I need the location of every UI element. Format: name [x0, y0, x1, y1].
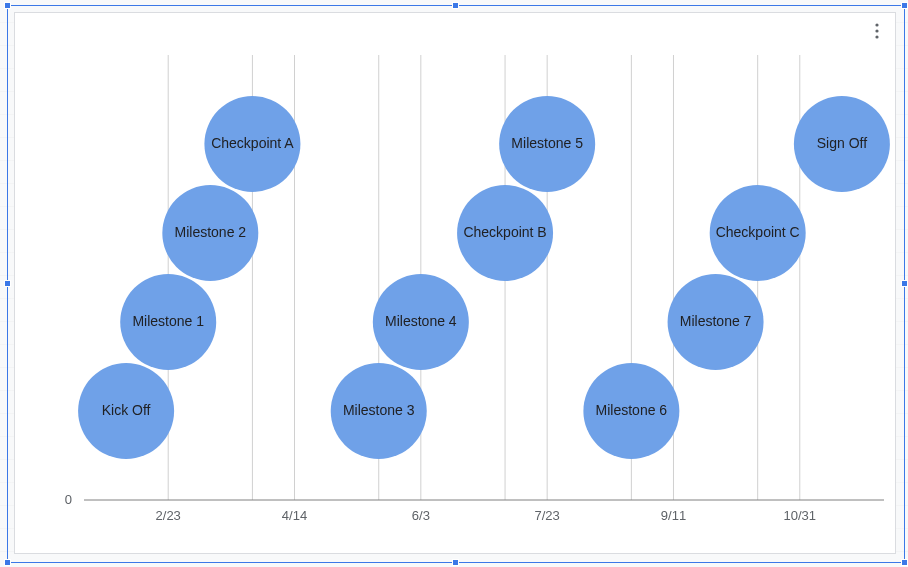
- resize-handle-top-right[interactable]: [901, 2, 908, 9]
- bubble-label: Milestone 7: [680, 313, 752, 329]
- x-tick-label: 4/14: [282, 508, 307, 523]
- bubble-label: Kick Off: [102, 402, 151, 418]
- svg-point-0: [875, 23, 878, 26]
- resize-handle-top[interactable]: [452, 2, 459, 9]
- resize-handle-bottom-left[interactable]: [4, 559, 11, 566]
- bubble-label: Milestone 5: [511, 135, 583, 151]
- x-tick-label: 7/23: [535, 508, 560, 523]
- bubble-label: Checkpoint C: [716, 224, 800, 240]
- resize-handle-bottom[interactable]: [452, 559, 459, 566]
- bubble-label: Milestone 1: [132, 313, 204, 329]
- x-tick-label: 9/11: [661, 508, 686, 523]
- svg-point-1: [875, 29, 878, 32]
- chart-overflow-menu-button[interactable]: [867, 19, 887, 43]
- resize-handle-top-left[interactable]: [4, 2, 11, 9]
- chart-card[interactable]: 2/234/146/37/239/1110/310Kick OffMilesto…: [14, 12, 896, 554]
- bubble-label: Checkpoint B: [463, 224, 546, 240]
- kebab-icon: [870, 22, 884, 40]
- bubble-label: Milestone 6: [596, 402, 668, 418]
- y-baseline-label: 0: [65, 492, 72, 507]
- x-tick-label: 2/23: [156, 508, 181, 523]
- bubble-label: Milestone 2: [175, 224, 247, 240]
- resize-handle-bottom-right[interactable]: [901, 559, 908, 566]
- bubble-label: Checkpoint A: [211, 135, 294, 151]
- bubble-label: Milestone 3: [343, 402, 415, 418]
- bubble-label: Sign Off: [817, 135, 867, 151]
- svg-point-2: [875, 35, 878, 38]
- resize-handle-right[interactable]: [901, 280, 908, 287]
- x-tick-label: 10/31: [784, 508, 817, 523]
- bubble-label: Milestone 4: [385, 313, 457, 329]
- x-tick-label: 6/3: [412, 508, 430, 523]
- bubble-timeline-chart: 2/234/146/37/239/1110/310Kick OffMilesto…: [15, 13, 897, 555]
- resize-handle-left[interactable]: [4, 280, 11, 287]
